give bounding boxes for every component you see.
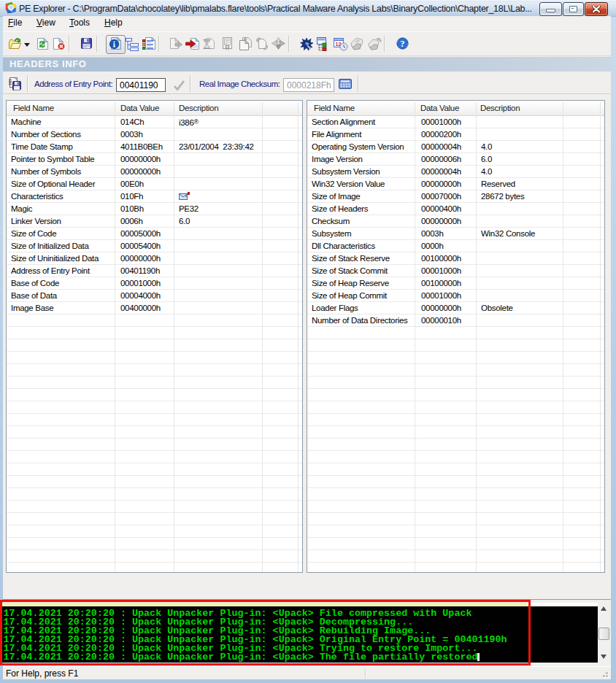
svg-text:?: ? [400, 39, 404, 49]
